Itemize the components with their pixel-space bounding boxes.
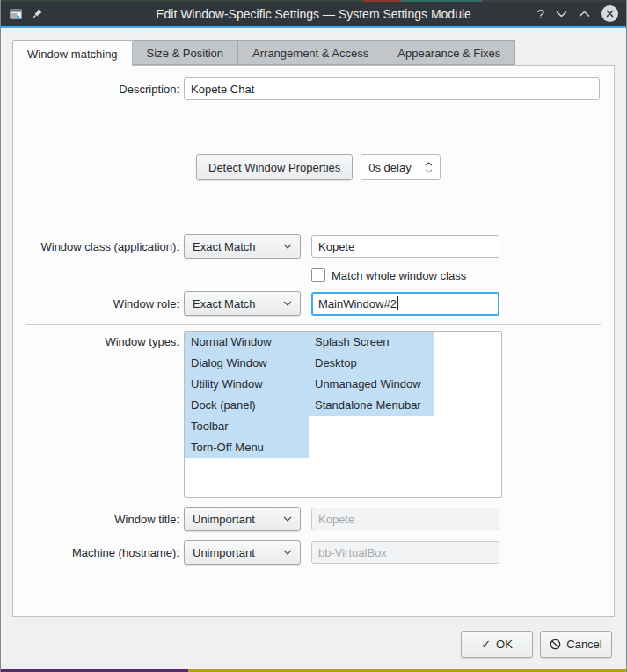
tab-arrangement-access[interactable]: Arrangement & Access: [238, 40, 383, 65]
window-type-option[interactable]: Splash Screen: [309, 332, 434, 353]
delay-value: 0s delay: [368, 161, 411, 174]
tab-bar: Window matching Size & Position Arrangem…: [12, 40, 626, 65]
window-type-option[interactable]: Standalone Menubar: [309, 395, 434, 416]
text-caret: [397, 296, 398, 310]
chevron-down-icon: [283, 516, 292, 522]
whole-class-row: Match whole window class: [311, 268, 614, 282]
detect-row: Detect Window Properties 0s delay: [196, 154, 614, 180]
ok-button[interactable]: ✓ OK: [461, 631, 533, 658]
window-type-option[interactable]: Toolbar: [185, 416, 309, 437]
window-role-mode-value: Exact Match: [193, 297, 256, 310]
machine-label: Machine (hostname):: [13, 546, 179, 559]
match-whole-class-label: Match whole window class: [332, 269, 466, 282]
window-role-row: Window role: Exact Match MainWindow#2: [13, 291, 614, 316]
detect-window-properties-button[interactable]: Detect Window Properties: [196, 154, 353, 180]
window-matching-panel: Description: Detect Window Properties 0s…: [12, 65, 615, 617]
window-class-mode-value: Exact Match: [193, 240, 256, 253]
separator: [26, 324, 601, 325]
chevron-down-icon: [283, 244, 292, 249]
maximize-icon[interactable]: [579, 11, 590, 18]
machine-mode-combobox[interactable]: Unimportant: [184, 540, 301, 565]
tab-appearance-fixes[interactable]: Appearance & Fixes: [383, 40, 515, 65]
description-label: Description:: [13, 83, 179, 96]
cancel-circle-icon: [550, 639, 561, 650]
window-type-option[interactable]: Dock (panel): [185, 395, 309, 416]
tab-window-matching[interactable]: Window matching: [12, 40, 133, 66]
window-title-input: [311, 508, 499, 530]
window-type-option[interactable]: Normal Window: [185, 332, 309, 353]
machine-mode-value: Unimportant: [193, 546, 255, 559]
window-title-label: Window title:: [13, 513, 179, 526]
help-icon[interactable]: ?: [537, 6, 544, 21]
window-type-option[interactable]: Torn-Off Menu: [185, 437, 309, 458]
window-title: Edit Window-Specific Settings — System S…: [1, 7, 626, 21]
window-role-input[interactable]: MainWindow#2: [311, 292, 499, 316]
pin-icon[interactable]: [31, 8, 43, 20]
titlebar[interactable]: Edit Window-Specific Settings — System S…: [1, 2, 626, 26]
check-icon: ✓: [481, 638, 491, 651]
delay-spinbox[interactable]: 0s delay: [361, 154, 441, 180]
window-title-mode-combobox[interactable]: Unimportant: [184, 507, 301, 531]
machine-row: Machine (hostname): Unimportant: [13, 540, 614, 565]
window-class-label: Window class (application):: [13, 240, 179, 253]
cancel-label: Cancel: [566, 638, 601, 651]
window-class-mode-combobox[interactable]: Exact Match: [184, 234, 301, 259]
window-title-row: Window title: Unimportant: [13, 507, 614, 531]
window-role-mode-combobox[interactable]: Exact Match: [184, 291, 301, 316]
window-title-mode-value: Unimportant: [193, 513, 255, 526]
close-icon[interactable]: [601, 5, 618, 22]
window-types-label: Window types:: [13, 331, 179, 348]
window-type-option[interactable]: Utility Window: [185, 374, 309, 395]
window-role-label: Window role:: [13, 297, 179, 310]
machine-input: [311, 541, 499, 564]
spin-down-icon: [425, 169, 433, 173]
match-whole-class-checkbox[interactable]: [311, 268, 325, 282]
tab-size-position[interactable]: Size & Position: [133, 40, 238, 65]
dialog-footer: ✓ OK Cancel: [1, 631, 612, 658]
description-input[interactable]: [184, 77, 600, 100]
window-types-listbox[interactable]: Normal Window Dialog Window Utility Wind…: [184, 331, 502, 498]
minimize-icon[interactable]: [556, 11, 567, 18]
spin-up-icon: [425, 162, 433, 166]
window-type-option[interactable]: Unmanaged Window: [309, 374, 434, 395]
chevron-down-icon: [283, 301, 292, 306]
window-class-input[interactable]: [311, 235, 499, 258]
window-class-row: Window class (application): Exact Match: [13, 234, 614, 259]
description-row: Description:: [13, 77, 614, 100]
titlebar-accent-line: [1, 26, 626, 28]
window-type-option[interactable]: Desktop: [309, 353, 434, 374]
window-types-row: Window types: Normal Window Dialog Windo…: [13, 331, 614, 498]
cancel-button[interactable]: Cancel: [540, 631, 612, 658]
chevron-down-icon: [283, 550, 292, 555]
window-role-value: MainWindow#2: [318, 297, 397, 310]
ok-label: OK: [496, 638, 513, 651]
app-window-icon: [9, 7, 23, 21]
window-type-option[interactable]: Dialog Window: [185, 353, 309, 374]
